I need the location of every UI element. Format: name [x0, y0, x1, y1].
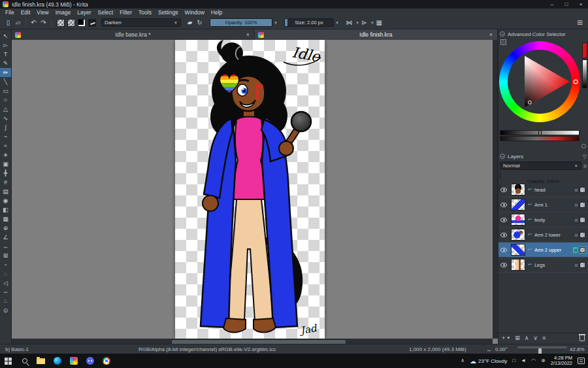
- tool-select-shapes[interactable]: ↖: [0, 31, 11, 41]
- wrap-around-icon[interactable]: ▦: [374, 19, 384, 26]
- layer-properties-icon[interactable]: ≡: [542, 335, 546, 341]
- tool-line[interactable]: ╲: [0, 77, 11, 86]
- alpha-lock-icon[interactable]: [580, 217, 585, 223]
- layer-thumbnail[interactable]: [511, 229, 525, 241]
- delete-layer-icon[interactable]: [580, 335, 585, 341]
- tool-multibrush[interactable]: ∗: [0, 150, 11, 159]
- vertical-scrollbar[interactable]: [493, 40, 498, 339]
- pattern-chooser[interactable]: [67, 19, 75, 27]
- visibility-eye-icon[interactable]: [500, 233, 507, 237]
- volume-icon[interactable]: ◄: [521, 358, 526, 364]
- tool-transform[interactable]: ▣: [0, 159, 11, 169]
- tool-freehand-brush[interactable]: ✏: [0, 68, 11, 77]
- search-button[interactable]: [16, 354, 33, 368]
- network-icon[interactable]: ⊕: [541, 358, 546, 364]
- tool-assistants[interactable]: ∠: [0, 233, 11, 242]
- tool-smart-patch[interactable]: ⊕: [0, 224, 11, 233]
- move-layer-up-icon[interactable]: ∧: [525, 335, 529, 341]
- tool-measure[interactable]: ↔: [0, 242, 11, 251]
- layer-row-arm-2-lower[interactable]: ↩ Arm 2 lower α: [498, 227, 588, 243]
- alpha-lock-icon[interactable]: [580, 187, 585, 193]
- tool-freehand-path[interactable]: ~: [0, 132, 11, 141]
- discord-button[interactable]: [82, 354, 98, 368]
- visibility-eye-icon[interactable]: [500, 188, 507, 192]
- tool-bezier-curve[interactable]: ∫: [0, 123, 11, 132]
- layer-blending-dropdown[interactable]: Normal ▼: [500, 161, 581, 170]
- inherit-alpha-icon[interactable]: α: [574, 217, 578, 223]
- gradient-chooser[interactable]: [57, 19, 65, 27]
- weather-widget[interactable]: ☁ 23°F Cloudy: [470, 358, 507, 365]
- layer-row-legs[interactable]: ↩ Legs α: [498, 258, 588, 273]
- inherit-alpha-icon[interactable]: α: [574, 202, 578, 208]
- value-slider[interactable]: [582, 59, 587, 88]
- tool-polygon-select[interactable]: ◁: [0, 278, 11, 288]
- color-history-icon[interactable]: [581, 144, 586, 148]
- duplicate-layer-icon[interactable]: ⊞: [515, 335, 520, 341]
- tool-polygon[interactable]: △: [0, 105, 11, 114]
- fg-bg-color-chip[interactable]: [78, 19, 86, 27]
- alpha-lock-icon[interactable]: [580, 247, 585, 253]
- docker-collapse-icon[interactable]: [500, 154, 505, 159]
- krita-taskbar-button[interactable]: [65, 354, 82, 368]
- start-button[interactable]: [0, 354, 16, 368]
- opacity-slider[interactable]: Opacity: 100%: [210, 18, 272, 27]
- visibility-eye-icon[interactable]: [500, 203, 507, 207]
- shade-selector-gradient[interactable]: [500, 130, 580, 135]
- tool-edit-shapes[interactable]: ▻: [0, 41, 11, 50]
- open-document-icon[interactable]: ▱: [13, 19, 23, 26]
- file-explorer-button[interactable]: [33, 354, 49, 368]
- eraser-mode-icon[interactable]: ▰: [185, 19, 195, 26]
- current-color-swatch[interactable]: [582, 42, 587, 58]
- layer-row-arm-1[interactable]: ↩ Arm 1 α: [498, 197, 588, 212]
- tool-ellipse-select[interactable]: ◌: [0, 269, 11, 278]
- inherit-alpha-icon[interactable]: α: [574, 262, 578, 268]
- tool-text[interactable]: T: [0, 50, 11, 59]
- close-icon[interactable]: ×: [488, 31, 494, 38]
- inherit-alpha-icon[interactable]: α: [574, 187, 578, 193]
- pan-icon[interactable]: ↔: [486, 346, 492, 353]
- chevron-down-icon[interactable]: ▼: [335, 21, 339, 25]
- shade-selector-hue-strip[interactable]: [500, 136, 580, 141]
- tool-color-sampler[interactable]: ◉: [0, 196, 11, 205]
- tool-dynamic-brush[interactable]: ≈: [0, 141, 11, 150]
- tool-fill[interactable]: ◧: [0, 205, 11, 214]
- clock[interactable]: 4:28 PM 2/13/2022: [551, 356, 572, 367]
- docker-collapse-icon[interactable]: [500, 31, 505, 37]
- tool-rectangle[interactable]: ▭: [0, 86, 11, 95]
- tool-freehand-select[interactable]: ∽: [0, 288, 11, 297]
- redo-icon[interactable]: ↷: [39, 19, 48, 26]
- action-center-icon[interactable]: [578, 358, 585, 364]
- blending-mode-dropdown[interactable]: Darken ▼: [101, 18, 181, 27]
- layer-row-body[interactable]: ↩ body α: [498, 212, 588, 227]
- visibility-eye-icon[interactable]: [500, 218, 507, 222]
- hidden-icons-chevron[interactable]: ∧: [461, 358, 465, 364]
- menu-item[interactable]: Help: [208, 9, 225, 16]
- layer-options-icon[interactable]: ≡: [583, 163, 587, 169]
- filter-funnel-icon[interactable]: ▽: [583, 154, 587, 159]
- scrollbar-thumb[interactable]: [497, 41, 498, 214]
- tool-zoom[interactable]: ⊙: [0, 306, 11, 315]
- tool-rect-select[interactable]: ▫: [0, 260, 11, 269]
- horizontal-scrollbar[interactable]: [12, 339, 493, 344]
- tool-move[interactable]: ╋: [0, 169, 11, 178]
- chrome-button[interactable]: [98, 354, 114, 368]
- brush-preset-chip[interactable]: [88, 19, 96, 27]
- menu-item[interactable]: Settings: [155, 9, 182, 16]
- minimize-icon[interactable]: –: [545, 0, 559, 8]
- chevron-down-icon[interactable]: ▼: [274, 21, 278, 25]
- tool-polyline[interactable]: ∿: [0, 114, 11, 123]
- undo-icon[interactable]: ↶: [29, 19, 39, 26]
- mirror-horizontal-icon[interactable]: ⋈: [344, 19, 354, 26]
- alpha-lock-icon[interactable]: [580, 232, 585, 238]
- chevron-down-icon[interactable]: ▼: [506, 335, 510, 341]
- close-icon[interactable]: ×: [245, 31, 251, 38]
- menu-item[interactable]: Layer: [74, 9, 94, 16]
- tab-idle-finish[interactable]: Idle finish.kra ×: [255, 29, 498, 40]
- tool-contiguous-select[interactable]: ∴: [0, 297, 11, 306]
- move-layer-down-icon[interactable]: ∨: [533, 335, 538, 341]
- visibility-eye-icon[interactable]: [500, 263, 507, 267]
- mirror-vertical-icon[interactable]: ⊳: [359, 19, 369, 26]
- hsv-triangle[interactable]: [499, 41, 580, 122]
- layer-row-arm-2-upper[interactable]: ↩ Arm 2 upper α: [498, 243, 588, 258]
- canvas-viewport[interactable]: Idle: [12, 40, 498, 344]
